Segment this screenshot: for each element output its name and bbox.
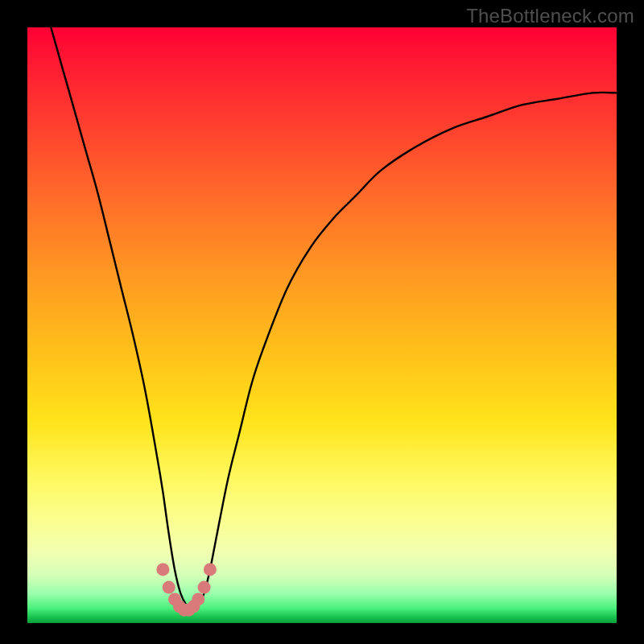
chart-frame: TheBottleneck.com bbox=[0, 0, 644, 644]
valley-marker bbox=[192, 592, 204, 605]
valley-marker-group bbox=[156, 563, 217, 616]
curve-svg bbox=[27, 27, 617, 623]
watermark-text: TheBottleneck.com bbox=[466, 5, 634, 27]
valley-marker bbox=[156, 563, 169, 576]
plot-area bbox=[27, 27, 617, 623]
bottleneck-curve bbox=[51, 27, 617, 611]
valley-marker bbox=[163, 581, 175, 594]
valley-marker bbox=[204, 563, 217, 576]
valley-marker bbox=[198, 581, 211, 594]
